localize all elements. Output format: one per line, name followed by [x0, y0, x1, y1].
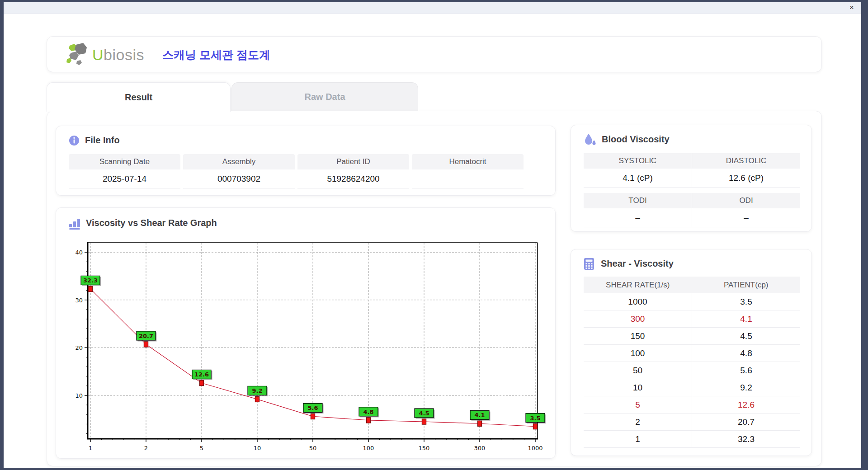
- metric-label-odi: ODI: [692, 193, 800, 208]
- cell-patient: 4.5: [692, 328, 800, 344]
- svg-text:1000: 1000: [528, 445, 542, 451]
- cell-shear-rate: 1: [584, 431, 692, 447]
- field-label: Hematocrit: [412, 154, 524, 169]
- svg-text:30: 30: [75, 297, 83, 304]
- info-icon: [69, 135, 80, 148]
- main-panel: File Info Scanning Date 2025-07-14 Assem…: [47, 111, 822, 466]
- metric-value-todi: –: [584, 208, 692, 227]
- blood-viscosity-title: Blood Viscosity: [602, 134, 670, 145]
- table-row: 505.6: [584, 362, 800, 379]
- cell-shear-rate: 5: [584, 396, 692, 413]
- cell-shear-rate: 150: [584, 328, 692, 344]
- metric-value-diastolic: 12.6 (cP): [692, 169, 800, 188]
- column-header-patient: PATIENT(cp): [692, 277, 801, 293]
- table-row: 512.6: [584, 396, 800, 414]
- shear-viscosity-card: Shear - Viscosity SHEAR RATE(1/s) PATIEN…: [571, 249, 812, 456]
- metric-value-systolic: 4.1 (cP): [584, 169, 692, 188]
- svg-text:32.3: 32.3: [83, 277, 98, 284]
- field-label: Scanning Date: [69, 154, 180, 169]
- svg-text:9.2: 9.2: [252, 387, 262, 394]
- calculator-icon: [584, 258, 594, 272]
- metric-label-diastolic: DIASTOLIC: [692, 153, 800, 169]
- desktop-background: { "titlebar": { "close_label": "×" }, "h…: [0, 0, 868, 470]
- blood-viscosity-card: Blood Viscosity SYSTOLIC DIASTOLIC 4.1 (…: [571, 125, 812, 232]
- column-header-shear-rate: SHEAR RATE(1/s): [584, 277, 692, 293]
- blood-viscosity-grid: SYSTOLIC DIASTOLIC 4.1 (cP) 12.6 (cP) TO…: [584, 153, 800, 227]
- svg-text:10: 10: [75, 392, 83, 399]
- cell-patient: 32.3: [692, 431, 800, 447]
- file-info-field-scanning-date: Scanning Date 2025-07-14: [69, 154, 180, 188]
- cell-shear-rate: 300: [584, 310, 692, 327]
- file-info-fields: Scanning Date 2025-07-14 Assembly 000703…: [69, 154, 524, 188]
- table-row: 1504.5: [584, 328, 800, 345]
- cell-patient: 12.6: [692, 396, 800, 413]
- cell-shear-rate: 10: [584, 379, 692, 396]
- svg-text:5: 5: [200, 445, 203, 451]
- cell-shear-rate: 2: [584, 414, 692, 430]
- cell-patient: 4.1: [692, 310, 800, 327]
- svg-text:4.1: 4.1: [474, 412, 485, 418]
- cell-patient: 3.5: [692, 293, 800, 310]
- table-row: 109.2: [584, 379, 800, 396]
- metric-label-systolic: SYSTOLIC: [584, 153, 692, 169]
- ubiosis-logo: Ubiosis: [65, 43, 144, 66]
- file-info-title: File Info: [85, 135, 120, 146]
- shear-table-header: SHEAR RATE(1/s) PATIENT(cp): [584, 277, 800, 293]
- field-label: Patient ID: [297, 154, 409, 169]
- table-row: 1004.8: [584, 345, 800, 362]
- shear-viscosity-title: Shear - Viscosity: [601, 258, 674, 269]
- svg-text:100: 100: [363, 445, 374, 451]
- svg-text:50: 50: [309, 445, 317, 451]
- svg-text:40: 40: [75, 249, 83, 256]
- svg-text:4.8: 4.8: [363, 409, 373, 415]
- app-title-korean: 스캐닝 모세관 점도계: [162, 37, 270, 73]
- cell-patient: 20.7: [692, 414, 800, 430]
- brand-rest: biosis: [104, 46, 144, 63]
- viscosity-chart: 102030401251050100150300100032.320.712.6…: [69, 235, 546, 453]
- cell-patient: 9.2: [692, 379, 800, 396]
- tab-result[interactable]: Result: [47, 82, 231, 112]
- file-info-field-assembly: Assembly 000703902: [183, 154, 295, 188]
- file-info-field-hematocrit: Hematocrit: [412, 154, 524, 188]
- file-info-field-patient-id: Patient ID 51928624200: [297, 154, 409, 188]
- metric-label-todi: TODI: [584, 193, 692, 208]
- app-header-card: Ubiosis 스캐닝 모세관 점도계: [47, 36, 822, 72]
- bar-chart-icon: [69, 218, 81, 231]
- graph-title: Viscosity vs Shear Rate Graph: [86, 218, 217, 228]
- logo-pebbles-icon: [65, 42, 90, 67]
- brand-text: Ubiosis: [92, 46, 144, 64]
- table-row: 220.7: [584, 414, 800, 431]
- svg-text:4.5: 4.5: [419, 410, 429, 417]
- field-value: 51928624200: [297, 169, 409, 188]
- close-icon[interactable]: ×: [849, 3, 854, 13]
- svg-text:150: 150: [419, 445, 430, 451]
- app-window: × Ubiosis 스캐닝 모세관 점도계 Result Raw Data: [4, 2, 861, 468]
- table-row: 132.3: [584, 431, 800, 448]
- metric-value-odi: –: [692, 208, 800, 227]
- svg-text:300: 300: [474, 445, 486, 451]
- cell-shear-rate: 100: [584, 345, 692, 362]
- svg-text:3.5: 3.5: [530, 415, 540, 422]
- cell-shear-rate: 1000: [584, 293, 692, 310]
- cell-shear-rate: 50: [584, 362, 692, 379]
- file-info-card: File Info Scanning Date 2025-07-14 Assem…: [56, 126, 556, 196]
- svg-text:20.7: 20.7: [139, 333, 153, 339]
- svg-text:2: 2: [144, 445, 148, 451]
- tab-raw-data[interactable]: Raw Data: [231, 82, 418, 111]
- brand-first-letter: U: [92, 46, 104, 63]
- table-row: 10003.5: [584, 293, 800, 310]
- svg-text:5.6: 5.6: [307, 404, 318, 411]
- svg-text:1: 1: [89, 445, 92, 451]
- field-value: [412, 169, 524, 188]
- svg-text:20: 20: [75, 344, 83, 351]
- svg-text:12.6: 12.6: [194, 371, 209, 378]
- table-row: 3004.1: [584, 310, 800, 328]
- field-value: 2025-07-14: [69, 169, 180, 188]
- droplet-icon: [584, 133, 597, 149]
- titlebar: ×: [4, 2, 861, 14]
- viscosity-graph-card: Viscosity vs Shear Rate Graph 1020304012…: [56, 207, 556, 459]
- field-label: Assembly: [183, 154, 295, 169]
- field-value: 000703902: [183, 169, 295, 188]
- shear-viscosity-table: SHEAR RATE(1/s) PATIENT(cp) 10003.5 3004…: [584, 277, 800, 448]
- cell-patient: 4.8: [692, 345, 800, 362]
